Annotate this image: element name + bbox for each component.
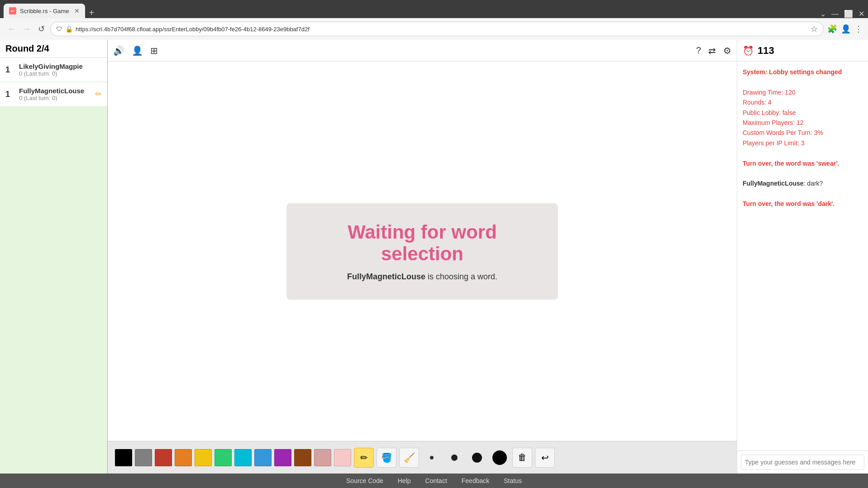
message-turn-2: Turn over, the word was 'dark'. [743, 199, 863, 209]
footer-help[interactable]: Help [398, 477, 411, 484]
chat-panel: ⏰ 113 System: Lobby settings changed Dra… [737, 40, 868, 474]
footer-contact[interactable]: Contact [425, 477, 447, 484]
round-header: Round 2/4 [0, 40, 107, 58]
message-settings: Drawing Time: 120 Rounds: 4 Public Lobby… [743, 87, 863, 148]
lock-icon: 🔒 [65, 25, 73, 33]
color-green[interactable] [215, 449, 232, 466]
pencil-icon: ✏ [95, 89, 102, 99]
message-user: FullyMagneticLouse: dark? [743, 178, 863, 188]
player-rank-1: 1 [5, 65, 14, 75]
menu-icon[interactable]: ⋮ [854, 24, 863, 34]
color-gray[interactable] [135, 449, 152, 466]
maximize-button[interactable]: ⬜ [844, 10, 853, 18]
waiting-subtitle: FullyMagneticLouse is choosing a word. [314, 272, 531, 282]
waiting-box: Waiting for word selection FullyMagnetic… [286, 203, 558, 300]
bookmark-icon[interactable]: ☆ [811, 24, 818, 34]
color-pink-light[interactable] [314, 449, 331, 466]
minimize-button[interactable]: — [831, 10, 839, 18]
chat-username: FullyMagneticLouse [743, 180, 804, 187]
palette-bar: ✏ 🪣 🧹 🗑 ↩ [108, 441, 737, 474]
tab-menu-button[interactable]: ⌄ [820, 10, 826, 18]
url-text: https://scri.4b7d704f68.cfloat.app/ssrEn… [76, 26, 808, 33]
footer-status[interactable]: Status [504, 477, 522, 484]
footer-feedback[interactable]: Feedback [462, 477, 489, 484]
round-label: Round 2/4 [5, 43, 49, 53]
message-turn-1: Turn over, the word was 'swear'. [743, 158, 863, 168]
new-tab-button[interactable]: + [89, 8, 94, 18]
color-brown[interactable] [294, 449, 311, 466]
active-tab[interactable]: ✏ Scribble.rs - Game ✕ [4, 4, 85, 18]
chat-header: ⏰ 113 [737, 40, 868, 62]
address-bar[interactable]: 🛡 🔒 https://scri.4b7d704f68.cfloat.app/s… [50, 22, 824, 36]
color-blue[interactable] [254, 449, 272, 466]
fill-tool[interactable]: 🪣 [377, 448, 396, 468]
help-button[interactable]: ? [696, 45, 701, 56]
player-score-1: 0 (Last turn: 0) [19, 70, 102, 77]
color-cyan[interactable] [234, 449, 252, 466]
player-item-2: 1 FullyMagneticLouse 0 (Last turn: 0) ✏ [0, 82, 107, 106]
chat-input-area [737, 450, 868, 474]
player-rank-2: 1 [5, 90, 14, 99]
chat-input[interactable] [741, 455, 864, 470]
player-score-2: 0 (Last turn: 0) [19, 95, 91, 101]
brush-size-small[interactable] [422, 448, 442, 468]
browser-chrome: ✏ Scribble.rs - Game ✕ + ⌄ — ⬜ ✕ ← → ↺ 🛡… [0, 0, 868, 40]
reload-button[interactable]: ↺ [36, 22, 47, 36]
nav-bar: ← → ↺ 🛡 🔒 https://scri.4b7d704f68.cfloat… [0, 18, 868, 40]
settings-button[interactable]: ⚙ [723, 45, 731, 56]
forward-button[interactable]: → [21, 23, 33, 36]
tab-title: Scribble.rs - Game [20, 8, 69, 14]
nav-actions: 🧩 👤 ⋮ [827, 24, 863, 34]
clear-button[interactable]: 🗑 [512, 448, 532, 468]
color-purple[interactable] [274, 449, 291, 466]
profile-icon[interactable]: 👤 [841, 24, 851, 34]
extensions-icon[interactable]: 🧩 [827, 24, 837, 34]
footer-source-code[interactable]: Source Code [346, 477, 383, 484]
canvas-toolbar: 🔊 👤 ⊞ ? ⇄ ⚙ [108, 40, 737, 62]
timer-icon: ⏰ [743, 45, 754, 56]
color-yellow[interactable] [195, 449, 212, 466]
transfer-button[interactable]: ⇄ [708, 45, 716, 56]
color-red[interactable] [155, 449, 172, 466]
tab-close-button[interactable]: ✕ [74, 7, 80, 14]
tab-bar: ✏ Scribble.rs - Game ✕ + ⌄ — ⬜ ✕ [0, 0, 868, 18]
color-orange[interactable] [175, 449, 192, 466]
player-list: 1 LikelyGivingMagpie 0 (Last turn: 0) 1 … [0, 58, 107, 474]
drawing-player-name: FullyMagneticLouse [347, 272, 425, 281]
brush-size-xlarge[interactable] [490, 448, 510, 468]
bottom-bar: Source Code Help Contact Feedback Status [0, 474, 868, 488]
color-black[interactable] [115, 449, 132, 466]
back-button[interactable]: ← [5, 23, 17, 36]
player-item: 1 LikelyGivingMagpie 0 (Last turn: 0) [0, 58, 107, 81]
main-area: 🔊 👤 ⊞ ? ⇄ ⚙ Waiting for word selection F… [108, 40, 737, 474]
undo-button[interactable]: ↩ [535, 448, 555, 468]
color-peach[interactable] [334, 449, 351, 466]
brush-size-medium[interactable] [444, 448, 464, 468]
pencil-tool[interactable]: ✏ [354, 448, 374, 468]
game-container: Round 2/4 1 LikelyGivingMagpie 0 (Last t… [0, 40, 868, 474]
sound-button[interactable]: 🔊 [113, 45, 124, 56]
waiting-title: Waiting for word selection [314, 221, 531, 265]
waiting-subtitle-rest: is choosing a word. [425, 272, 497, 281]
chat-messages: System: Lobby settings changed Drawing T… [737, 62, 868, 450]
close-window-button[interactable]: ✕ [858, 10, 864, 18]
canvas-area: Waiting for word selection FullyMagnetic… [108, 62, 737, 441]
player-name-1: LikelyGivingMagpie [19, 62, 102, 70]
eraser-tool[interactable]: 🧹 [399, 448, 419, 468]
message-system: System: Lobby settings changed [743, 67, 863, 77]
player-name-2: FullyMagneticLouse [19, 87, 91, 95]
player-info-2: FullyMagneticLouse 0 (Last turn: 0) [19, 87, 91, 101]
brush-size-large[interactable] [467, 448, 487, 468]
security-icon: 🛡 [56, 25, 62, 33]
player-info-1: LikelyGivingMagpie 0 (Last turn: 0) [19, 62, 102, 77]
person-button[interactable]: 👤 [132, 45, 143, 56]
screen-button[interactable]: ⊞ [150, 45, 158, 56]
tab-favicon: ✏ [9, 7, 16, 14]
timer-value: 113 [758, 45, 774, 57]
sidebar: Round 2/4 1 LikelyGivingMagpie 0 (Last t… [0, 40, 108, 474]
